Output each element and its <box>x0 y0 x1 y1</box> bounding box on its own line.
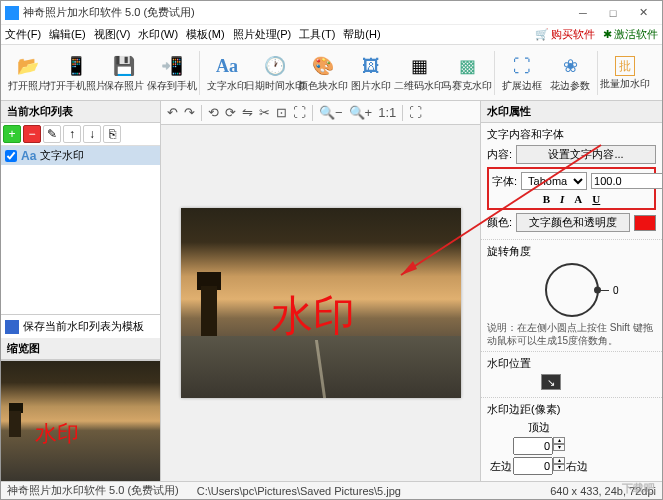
qrcode-icon: ▦ <box>407 54 431 78</box>
app-icon <box>5 6 19 20</box>
moveup-button[interactable]: ↑ <box>63 125 81 143</box>
movedown-button[interactable]: ↓ <box>83 125 101 143</box>
photo[interactable]: 水印 <box>181 208 461 398</box>
minimize-button[interactable]: ─ <box>568 7 598 19</box>
save-icon: 💾 <box>112 54 136 78</box>
off-top-input[interactable] <box>513 437 553 455</box>
menu-view[interactable]: 视图(V) <box>94 27 131 42</box>
thumbnail[interactable]: 水印 <box>1 361 160 481</box>
expand-icon: ⛶ <box>510 54 534 78</box>
undo-button[interactable]: ↶ <box>167 105 178 120</box>
image-wm-button[interactable]: 🖼图片水印 <box>348 47 394 99</box>
photo-watermark[interactable]: 水印 <box>271 288 355 344</box>
center-panel: ↶ ↷ ⟲ ⟳ ⇋ ✂ ⊡ ⛶ 🔍− 🔍+ 1:1 ⛶ 水印 <box>161 101 480 481</box>
save-phone-button[interactable]: 📲保存到手机 <box>149 47 195 99</box>
clock-icon: 🕐 <box>263 54 287 78</box>
open-phone-button[interactable]: 📱打开手机照片 <box>53 47 99 99</box>
spin-up[interactable]: ▴ <box>553 437 565 444</box>
zoom-actual-button[interactable]: 1:1 <box>378 105 396 120</box>
menubar: 文件(F) 编辑(E) 视图(V) 水印(W) 模板(M) 照片处理(P) 工具… <box>1 25 662 45</box>
flower-border-button[interactable]: ❀花边参数 <box>547 47 593 99</box>
datetime-wm-button[interactable]: 🕐日期时间水印 <box>252 47 298 99</box>
canvas-toolbar: ↶ ↷ ⟲ ⟳ ⇋ ✂ ⊡ ⛶ 🔍− 🔍+ 1:1 ⛶ <box>161 101 480 125</box>
wm-list-item[interactable]: Aa 文字水印 <box>1 146 160 165</box>
crop-button[interactable]: ✂ <box>259 105 270 120</box>
colorblock-wm-button[interactable]: 🎨颜色块水印 <box>300 47 346 99</box>
bold-button[interactable]: B <box>543 193 550 205</box>
menu-tools[interactable]: 工具(T) <box>299 27 335 42</box>
wm-item-checkbox[interactable] <box>5 150 17 162</box>
add-wm-button[interactable]: + <box>3 125 21 143</box>
italic-button[interactable]: I <box>560 193 564 205</box>
open-photo-button[interactable]: 📂打开照片 <box>5 47 51 99</box>
titlebar: 神奇照片加水印软件 5.0 (免费试用) ─ □ ✕ <box>1 1 662 25</box>
props-header: 水印属性 <box>481 101 662 123</box>
font-size-input[interactable] <box>591 173 662 189</box>
wm-list: Aa 文字水印 <box>1 146 160 314</box>
zoom-out-button[interactable]: 🔍− <box>319 105 343 120</box>
spin-down[interactable]: ▾ <box>553 444 565 451</box>
phone-open-icon: 📱 <box>64 54 88 78</box>
qrcode-wm-button[interactable]: ▦二维码水印 <box>396 47 442 99</box>
fit-button[interactable]: ⛶ <box>293 105 306 120</box>
batch-icon: 批 <box>615 56 635 76</box>
copy-wm-button[interactable]: ⎘ <box>103 125 121 143</box>
buy-link[interactable]: 🛒购买软件 <box>535 27 595 42</box>
key-icon: ✱ <box>603 28 612 41</box>
font-group-label: 文字内容和字体 <box>487 127 656 142</box>
off-left-input[interactable] <box>513 457 553 475</box>
pos-c[interactable] <box>541 374 561 390</box>
font-group: 文字内容和字体 内容: 设置文字内容... 字体: Tahoma B I A U <box>481 123 662 240</box>
rotate-value: 0 <box>613 285 619 296</box>
palette-icon: 🎨 <box>311 54 335 78</box>
text-wm-button[interactable]: Aa文字水印 <box>204 47 250 99</box>
maximize-button[interactable]: □ <box>598 7 628 19</box>
extend-border-button[interactable]: ⛶扩展边框 <box>499 47 545 99</box>
close-button[interactable]: ✕ <box>628 6 658 19</box>
zoom-in-button[interactable]: 🔍+ <box>349 105 373 120</box>
font-a-button[interactable]: A <box>574 193 582 205</box>
menu-help[interactable]: 帮助(H) <box>343 27 380 42</box>
menu-file[interactable]: 文件(F) <box>5 27 41 42</box>
position-group: 水印位置 ↖↑↗ ←→ ↙↓↘ <box>481 352 662 398</box>
position-grid: ↖↑↗ ←→ ↙↓↘ <box>541 374 603 390</box>
flower-icon: ❀ <box>558 54 582 78</box>
status-app: 神奇照片加水印软件 5.0 (免费试用) <box>7 483 179 498</box>
save-template-icon <box>5 320 19 334</box>
rotate-left-button[interactable]: ⟲ <box>208 105 219 120</box>
status-path: C:\Users\pc\Pictures\Saved Pictures\5.jp… <box>197 485 401 497</box>
fullscreen-button[interactable]: ⛶ <box>409 105 422 120</box>
color-swatch[interactable] <box>634 215 656 231</box>
menu-edit[interactable]: 编辑(E) <box>49 27 86 42</box>
content-label: 内容: <box>487 147 512 162</box>
color-button[interactable]: 文字颜色和透明度 <box>516 213 630 232</box>
menu-watermark[interactable]: 水印(W) <box>138 27 178 42</box>
delete-wm-button[interactable]: − <box>23 125 41 143</box>
flip-h-button[interactable]: ⇋ <box>242 105 253 120</box>
resize-button[interactable]: ⊡ <box>276 105 287 120</box>
color-label: 颜色: <box>487 215 512 230</box>
save-template-button[interactable]: 保存当前水印列表为模板 <box>1 314 160 338</box>
menu-process[interactable]: 照片处理(P) <box>233 27 292 42</box>
rotate-right-button[interactable]: ⟳ <box>225 105 236 120</box>
save-button[interactable]: 💾保存照片 <box>101 47 147 99</box>
window-title: 神奇照片加水印软件 5.0 (免费试用) <box>23 5 568 20</box>
set-content-button[interactable]: 设置文字内容... <box>516 145 656 164</box>
mosaic-icon: ▩ <box>455 54 479 78</box>
font-select[interactable]: Tahoma <box>521 172 587 190</box>
edit-wm-button[interactable]: ✎ <box>43 125 61 143</box>
underline-button[interactable]: U <box>592 193 600 205</box>
off-top-label: 顶边 <box>528 420 550 435</box>
canvas[interactable]: 水印 <box>161 125 480 481</box>
batch-button[interactable]: 批批量加水印 <box>602 47 648 99</box>
menu-template[interactable]: 模板(M) <box>186 27 225 42</box>
activate-link[interactable]: ✱激活软件 <box>603 27 658 42</box>
position-label: 水印位置 <box>487 356 656 371</box>
main-area: 当前水印列表 + − ✎ ↑ ↓ ⎘ Aa 文字水印 保存当前水印列表为模板 缩… <box>1 101 662 481</box>
left-panel: 当前水印列表 + − ✎ ↑ ↓ ⎘ Aa 文字水印 保存当前水印列表为模板 缩… <box>1 101 161 481</box>
statusbar: 神奇照片加水印软件 5.0 (免费试用) C:\Users\pc\Picture… <box>1 481 662 499</box>
mosaic-wm-button[interactable]: ▩马赛克水印 <box>444 47 490 99</box>
rotate-dial[interactable]: 0 <box>545 263 599 317</box>
redo-button[interactable]: ↷ <box>184 105 195 120</box>
offset-group: 水印边距(像素) 顶边 ▴▾ 左边 ▴▾ 右边 <box>481 398 662 481</box>
